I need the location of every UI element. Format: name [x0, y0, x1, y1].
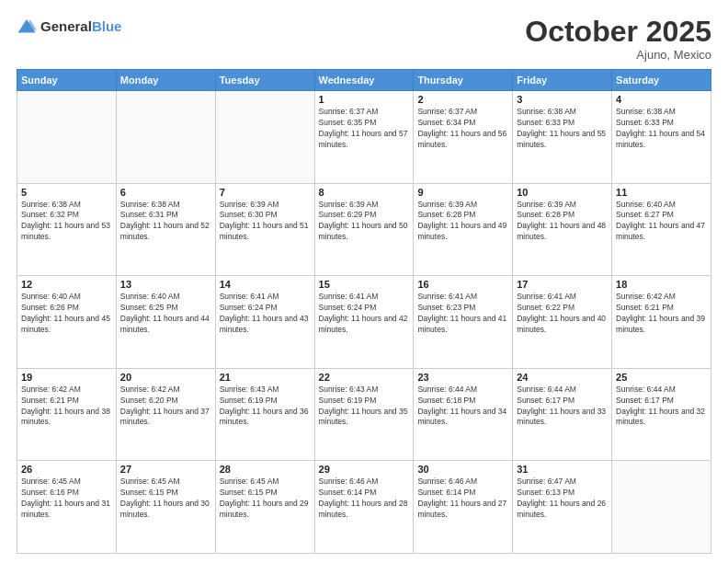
day-info: Sunrise: 6:41 AM Sunset: 6:24 PM Dayligh…: [220, 292, 311, 336]
calendar-cell: 5Sunrise: 6:38 AM Sunset: 6:32 PM Daylig…: [17, 183, 117, 276]
calendar-cell: 15Sunrise: 6:41 AM Sunset: 6:24 PM Dayli…: [314, 276, 414, 369]
day-info: Sunrise: 6:42 AM Sunset: 6:21 PM Dayligh…: [616, 292, 707, 336]
location: Ajuno, Mexico: [525, 48, 711, 62]
day-info: Sunrise: 6:47 AM Sunset: 6:13 PM Dayligh…: [517, 477, 608, 521]
day-number: 8: [319, 187, 410, 198]
calendar-cell: 28Sunrise: 6:45 AM Sunset: 6:15 PM Dayli…: [215, 461, 314, 554]
day-number: 16: [417, 279, 508, 290]
day-number: 5: [21, 187, 112, 198]
day-number: 13: [120, 279, 211, 290]
calendar-cell: 18Sunrise: 6:42 AM Sunset: 6:21 PM Dayli…: [612, 276, 711, 369]
day-info: Sunrise: 6:41 AM Sunset: 6:24 PM Dayligh…: [319, 292, 410, 336]
day-number: 6: [120, 187, 211, 198]
calendar-row: 26Sunrise: 6:45 AM Sunset: 6:16 PM Dayli…: [17, 461, 711, 554]
calendar-cell: [215, 91, 314, 184]
day-info: Sunrise: 6:42 AM Sunset: 6:20 PM Dayligh…: [120, 385, 211, 429]
day-number: 15: [319, 279, 410, 290]
calendar-cell: 14Sunrise: 6:41 AM Sunset: 6:24 PM Dayli…: [215, 276, 314, 369]
calendar-cell: 22Sunrise: 6:43 AM Sunset: 6:19 PM Dayli…: [314, 368, 414, 461]
calendar-cell: 2Sunrise: 6:37 AM Sunset: 6:34 PM Daylig…: [414, 91, 513, 184]
calendar-cell: 19Sunrise: 6:42 AM Sunset: 6:21 PM Dayli…: [17, 368, 117, 461]
calendar-row: 12Sunrise: 6:40 AM Sunset: 6:26 PM Dayli…: [17, 276, 711, 369]
day-number: 14: [220, 279, 311, 290]
day-number: 1: [319, 94, 410, 105]
calendar-cell: 26Sunrise: 6:45 AM Sunset: 6:16 PM Dayli…: [17, 461, 117, 554]
calendar-cell: [612, 461, 711, 554]
calendar-page: GeneralBlue October 2025 Ajuno, Mexico S…: [0, 0, 728, 563]
calendar-row: 1Sunrise: 6:37 AM Sunset: 6:35 PM Daylig…: [17, 91, 711, 184]
col-thursday: Thursday: [414, 70, 513, 91]
day-info: Sunrise: 6:37 AM Sunset: 6:34 PM Dayligh…: [417, 107, 508, 151]
calendar-cell: 16Sunrise: 6:41 AM Sunset: 6:23 PM Dayli…: [414, 276, 513, 369]
calendar-cell: 21Sunrise: 6:43 AM Sunset: 6:19 PM Dayli…: [215, 368, 314, 461]
day-info: Sunrise: 6:41 AM Sunset: 6:23 PM Dayligh…: [417, 292, 508, 336]
day-number: 27: [120, 464, 211, 475]
day-info: Sunrise: 6:39 AM Sunset: 6:30 PM Dayligh…: [220, 200, 311, 244]
day-info: Sunrise: 6:38 AM Sunset: 6:33 PM Dayligh…: [616, 107, 707, 151]
day-number: 25: [616, 372, 707, 383]
calendar-cell: 10Sunrise: 6:39 AM Sunset: 6:28 PM Dayli…: [513, 183, 612, 276]
calendar-body: 1Sunrise: 6:37 AM Sunset: 6:35 PM Daylig…: [17, 91, 711, 554]
day-info: Sunrise: 6:39 AM Sunset: 6:28 PM Dayligh…: [417, 200, 508, 244]
calendar-cell: 1Sunrise: 6:37 AM Sunset: 6:35 PM Daylig…: [314, 91, 414, 184]
calendar-cell: 20Sunrise: 6:42 AM Sunset: 6:20 PM Dayli…: [116, 368, 215, 461]
day-info: Sunrise: 6:39 AM Sunset: 6:28 PM Dayligh…: [517, 200, 608, 244]
calendar-cell: 3Sunrise: 6:38 AM Sunset: 6:33 PM Daylig…: [513, 91, 612, 184]
day-info: Sunrise: 6:40 AM Sunset: 6:25 PM Dayligh…: [120, 292, 211, 336]
calendar-header: Sunday Monday Tuesday Wednesday Thursday…: [17, 70, 711, 91]
day-number: 12: [21, 279, 112, 290]
day-info: Sunrise: 6:40 AM Sunset: 6:26 PM Dayligh…: [21, 292, 112, 336]
logo-text-blue: Blue: [92, 18, 122, 34]
calendar-cell: 8Sunrise: 6:39 AM Sunset: 6:29 PM Daylig…: [314, 183, 414, 276]
calendar-cell: 23Sunrise: 6:44 AM Sunset: 6:18 PM Dayli…: [414, 368, 513, 461]
month-title: October 2025: [525, 17, 711, 46]
day-info: Sunrise: 6:38 AM Sunset: 6:32 PM Dayligh…: [21, 200, 112, 244]
day-info: Sunrise: 6:44 AM Sunset: 6:18 PM Dayligh…: [417, 385, 508, 429]
calendar-cell: 31Sunrise: 6:47 AM Sunset: 6:13 PM Dayli…: [513, 461, 612, 554]
col-wednesday: Wednesday: [314, 70, 414, 91]
logo: GeneralBlue: [17, 17, 121, 37]
day-info: Sunrise: 6:40 AM Sunset: 6:27 PM Dayligh…: [616, 200, 707, 244]
col-saturday: Saturday: [612, 70, 711, 91]
calendar-table: Sunday Monday Tuesday Wednesday Thursday…: [17, 69, 711, 554]
day-info: Sunrise: 6:37 AM Sunset: 6:35 PM Dayligh…: [319, 107, 410, 151]
calendar-cell: 9Sunrise: 6:39 AM Sunset: 6:28 PM Daylig…: [414, 183, 513, 276]
calendar-cell: 7Sunrise: 6:39 AM Sunset: 6:30 PM Daylig…: [215, 183, 314, 276]
header-row: Sunday Monday Tuesday Wednesday Thursday…: [17, 70, 711, 91]
calendar-cell: [17, 91, 117, 184]
calendar-row: 5Sunrise: 6:38 AM Sunset: 6:32 PM Daylig…: [17, 183, 711, 276]
day-info: Sunrise: 6:39 AM Sunset: 6:29 PM Dayligh…: [319, 200, 410, 244]
day-number: 23: [417, 372, 508, 383]
col-friday: Friday: [513, 70, 612, 91]
col-tuesday: Tuesday: [215, 70, 314, 91]
day-number: 4: [616, 94, 707, 105]
col-sunday: Sunday: [17, 70, 117, 91]
calendar-cell: 25Sunrise: 6:44 AM Sunset: 6:17 PM Dayli…: [612, 368, 711, 461]
day-info: Sunrise: 6:44 AM Sunset: 6:17 PM Dayligh…: [517, 385, 608, 429]
day-number: 3: [517, 94, 608, 105]
calendar-cell: 6Sunrise: 6:38 AM Sunset: 6:31 PM Daylig…: [116, 183, 215, 276]
calendar-cell: 4Sunrise: 6:38 AM Sunset: 6:33 PM Daylig…: [612, 91, 711, 184]
header-right: October 2025 Ajuno, Mexico: [525, 17, 711, 62]
day-number: 9: [417, 187, 508, 198]
calendar-cell: 13Sunrise: 6:40 AM Sunset: 6:25 PM Dayli…: [116, 276, 215, 369]
calendar-cell: 11Sunrise: 6:40 AM Sunset: 6:27 PM Dayli…: [612, 183, 711, 276]
day-info: Sunrise: 6:43 AM Sunset: 6:19 PM Dayligh…: [319, 385, 410, 429]
day-info: Sunrise: 6:41 AM Sunset: 6:22 PM Dayligh…: [517, 292, 608, 336]
header: GeneralBlue October 2025 Ajuno, Mexico: [17, 17, 711, 62]
day-info: Sunrise: 6:45 AM Sunset: 6:15 PM Dayligh…: [220, 477, 311, 521]
calendar-cell: 27Sunrise: 6:45 AM Sunset: 6:15 PM Dayli…: [116, 461, 215, 554]
calendar-row: 19Sunrise: 6:42 AM Sunset: 6:21 PM Dayli…: [17, 368, 711, 461]
day-number: 30: [417, 464, 508, 475]
day-info: Sunrise: 6:38 AM Sunset: 6:31 PM Dayligh…: [120, 200, 211, 244]
day-info: Sunrise: 6:44 AM Sunset: 6:17 PM Dayligh…: [616, 385, 707, 429]
day-info: Sunrise: 6:45 AM Sunset: 6:15 PM Dayligh…: [120, 477, 211, 521]
calendar-cell: [116, 91, 215, 184]
day-number: 2: [417, 94, 508, 105]
day-number: 7: [220, 187, 311, 198]
day-number: 28: [220, 464, 311, 475]
day-info: Sunrise: 6:46 AM Sunset: 6:14 PM Dayligh…: [417, 477, 508, 521]
day-number: 20: [120, 372, 211, 383]
calendar-cell: 17Sunrise: 6:41 AM Sunset: 6:22 PM Dayli…: [513, 276, 612, 369]
day-number: 11: [616, 187, 707, 198]
